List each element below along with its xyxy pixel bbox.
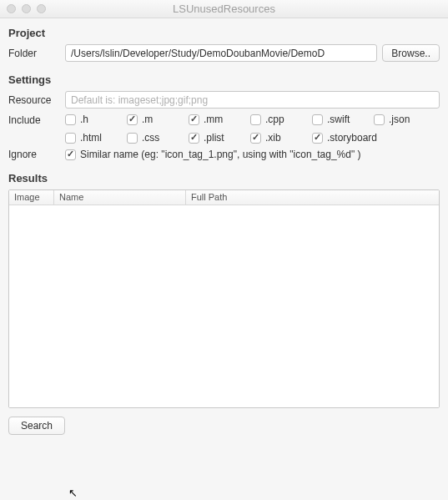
titlebar: LSUnusedResources	[0, 0, 448, 18]
section-results-heading: Results	[8, 172, 440, 184]
footer: Search	[8, 417, 440, 435]
include-checkbox-label: .css	[142, 132, 159, 144]
include-checkbox-xib[interactable]	[250, 133, 261, 144]
include-checkbox-label: .xib	[265, 132, 281, 144]
include-item-css[interactable]: .css	[127, 132, 189, 144]
minimize-icon[interactable]	[22, 4, 31, 13]
zoom-icon[interactable]	[37, 4, 46, 13]
folder-input[interactable]	[65, 44, 377, 62]
traffic-lights	[0, 4, 46, 13]
search-button[interactable]: Search	[8, 417, 65, 435]
ignore-checkbox[interactable]	[65, 149, 76, 160]
results-header: Image Name Full Path	[9, 190, 439, 205]
include-checkbox-plist[interactable]	[189, 133, 199, 144]
include-item-storyboard[interactable]: .storyboard	[312, 132, 377, 144]
ignore-text: Similar name (eg: "icon_tag_1.png", usin…	[80, 149, 361, 160]
include-checkbox-label: .mm	[204, 114, 223, 125]
include-item-html[interactable]: .html	[65, 132, 127, 144]
resource-input[interactable]	[65, 91, 440, 109]
include-item-json[interactable]: .json	[374, 114, 435, 125]
ignore-label: Ignore	[8, 149, 65, 160]
include-item-cpp[interactable]: .cpp	[250, 114, 312, 125]
include-checkbox-cpp[interactable]	[250, 114, 261, 125]
results-table: Image Name Full Path	[8, 189, 440, 408]
include-grid: .h.m.mm.cpp.swift.json.html.css.plist.xi…	[65, 114, 440, 144]
include-item-mm[interactable]: .mm	[189, 114, 250, 125]
include-item-h[interactable]: .h	[65, 114, 127, 125]
include-checkbox-label: .plist	[204, 132, 224, 144]
cursor-icon: ↖	[68, 487, 78, 499]
include-item-m[interactable]: .m	[127, 114, 189, 125]
browse-button[interactable]: Browse..	[382, 44, 440, 62]
include-item-xib[interactable]: .xib	[250, 132, 312, 144]
column-header-name[interactable]: Name	[54, 190, 186, 205]
resource-label: Resource	[8, 94, 65, 106]
include-checkbox-label: .cpp	[265, 114, 284, 125]
include-checkbox-h[interactable]	[65, 114, 76, 125]
include-item-swift[interactable]: .swift	[312, 114, 374, 125]
include-checkbox-json[interactable]	[374, 114, 385, 125]
include-checkbox-storyboard[interactable]	[312, 133, 323, 144]
include-checkbox-swift[interactable]	[312, 114, 323, 125]
include-checkbox-label: .html	[80, 132, 102, 144]
column-header-image[interactable]: Image	[9, 190, 54, 205]
window-title: LSUnusedResources	[0, 3, 448, 15]
include-checkbox-label: .storyboard	[327, 132, 377, 144]
section-project-heading: Project	[8, 27, 440, 39]
include-checkbox-css[interactable]	[127, 133, 138, 144]
ignore-checkbox-item[interactable]: Similar name (eg: "icon_tag_1.png", usin…	[65, 149, 361, 160]
close-icon[interactable]	[7, 4, 16, 13]
include-checkbox-mm[interactable]	[189, 114, 199, 125]
include-checkbox-label: .h	[80, 114, 88, 125]
include-checkbox-m[interactable]	[127, 114, 138, 125]
include-checkbox-label: .m	[142, 114, 153, 125]
include-checkbox-label: .json	[389, 114, 410, 125]
include-checkbox-html[interactable]	[65, 133, 76, 144]
include-item-plist[interactable]: .plist	[189, 132, 250, 144]
results-body	[9, 205, 439, 407]
section-settings-heading: Settings	[8, 73, 440, 86]
include-checkbox-label: .swift	[327, 114, 350, 125]
column-header-full-path[interactable]: Full Path	[186, 190, 439, 205]
include-label: Include	[8, 114, 65, 126]
folder-label: Folder	[8, 48, 65, 59]
